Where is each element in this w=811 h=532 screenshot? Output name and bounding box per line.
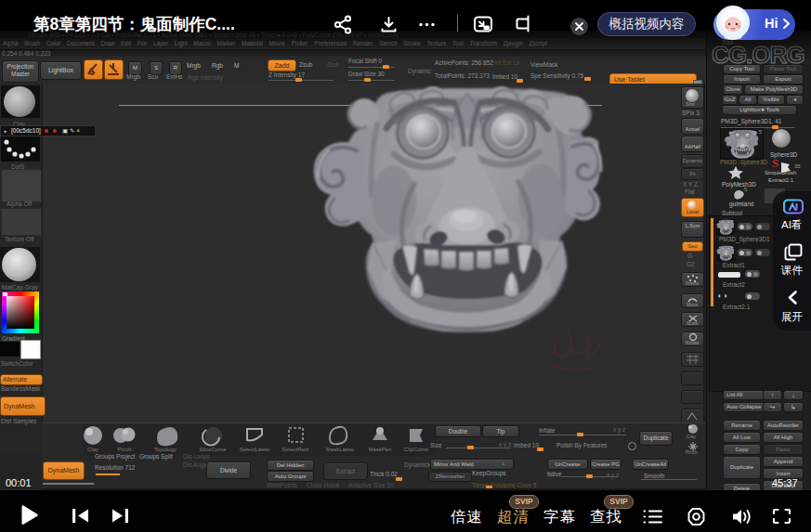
svg-text:Rotate: Rotate [686,340,700,345]
svg-text:MaskLasso: MaskLasso [326,447,355,452]
svg-text:Frame: Frame [686,280,700,286]
svg-text:SelectLasso: SelectLasso [240,447,270,452]
svg-text:Pinch: Pinch [117,447,131,452]
svg-text:Clay: Clay [87,447,98,452]
svg-text:Pinch: Pinch [686,449,698,455]
svg-text:Scale: Scale [687,320,699,326]
svg-text:SelectRect: SelectRect [281,447,308,452]
svg-text:ClipCurve: ClipCurve [404,447,429,452]
svg-text:MaskPen: MaskPen [368,447,391,452]
svg-text:Clay: Clay [687,434,697,439]
svg-text:Topology: Topology [154,447,177,452]
svg-text:SliceCurve: SliceCurve [199,447,227,452]
svg-text:Move: Move [687,302,698,307]
